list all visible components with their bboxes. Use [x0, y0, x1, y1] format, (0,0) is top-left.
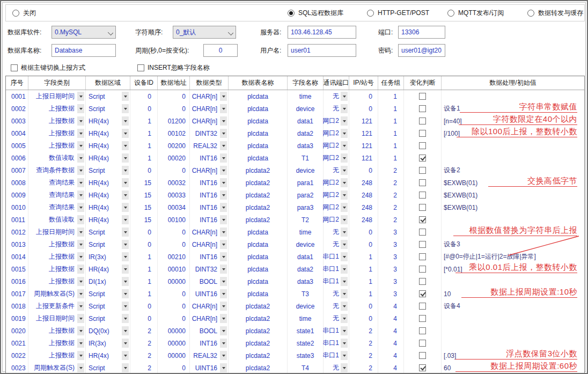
cell-comm-port[interactable]: 串口1	[324, 275, 349, 288]
dropdown-arrow-icon[interactable]	[220, 351, 227, 360]
dropdown-arrow-icon[interactable]	[77, 104, 84, 113]
dropdown-arrow-icon[interactable]	[122, 153, 129, 163]
cell-data-type[interactable]: CHAR[n]	[190, 102, 229, 115]
dropdown-arrow-icon[interactable]	[341, 314, 348, 323]
cell-data-area[interactable]: HR(4x)	[86, 349, 130, 362]
cell-field-category[interactable]: 上报数据	[28, 325, 86, 337]
change-flag-checkbox[interactable]	[419, 229, 426, 236]
cell-comm-port[interactable]: 无	[324, 288, 349, 300]
cell-data-type[interactable]: CHAR[n]	[190, 300, 229, 312]
dropdown-arrow-icon[interactable]	[77, 166, 84, 175]
dropdown-arrow-icon[interactable]	[122, 203, 129, 212]
dropdown-arrow-icon[interactable]	[77, 215, 84, 224]
change-flag-checkbox[interactable]	[419, 290, 426, 297]
dropdown-arrow-icon[interactable]	[220, 240, 227, 249]
cell-comm-port[interactable]: 网口2	[324, 189, 349, 201]
dropdown-arrow-icon[interactable]	[77, 203, 84, 212]
cell-data-area[interactable]: HR(4x)	[86, 140, 130, 152]
dropdown-arrow-icon[interactable]	[122, 265, 129, 274]
cell-data-area[interactable]: Script	[86, 362, 130, 374]
dropdown-arrow-icon[interactable]	[220, 153, 227, 163]
radio-data-forward-cache[interactable]: 数据转发与缓存	[527, 9, 583, 17]
cell-field-category[interactable]: 查询结果	[28, 189, 86, 201]
dropdown-arrow-icon[interactable]	[220, 92, 227, 101]
dropdown-arrow-icon[interactable]	[220, 129, 227, 138]
change-flag-checkbox[interactable]	[419, 155, 426, 162]
cell-field-category[interactable]: 上报数据	[28, 263, 86, 275]
dropdown-arrow-icon[interactable]	[220, 190, 227, 200]
cell-data-area[interactable]: HR(4x)	[86, 189, 130, 201]
cell-data-area[interactable]: HR(4x)	[86, 115, 130, 127]
cell-data-type[interactable]: CHAR[n]	[190, 90, 229, 102]
dropdown-arrow-icon[interactable]	[77, 265, 84, 274]
cell-data-area[interactable]: Script	[86, 238, 130, 251]
cell-data-type[interactable]: INT16	[190, 337, 229, 349]
dropdown-arrow-icon[interactable]	[341, 92, 348, 101]
radio-circle-icon[interactable]	[447, 10, 454, 17]
cell-data-area[interactable]: Script	[86, 102, 130, 115]
cell-field-category[interactable]: 上报数据	[28, 275, 86, 288]
cell-comm-port[interactable]: 无	[324, 312, 349, 325]
dropdown-arrow-icon[interactable]	[341, 178, 348, 187]
cell-data-type[interactable]: DINT32	[190, 127, 229, 140]
dropdown-arrow-icon[interactable]	[341, 228, 348, 237]
cell-comm-port[interactable]: 串口1	[324, 251, 349, 263]
cell-comm-port[interactable]: 无	[324, 238, 349, 251]
cell-data-area[interactable]: Script	[86, 90, 130, 102]
radio-circle-icon[interactable]	[288, 10, 295, 17]
cell-data-type[interactable]: REAL32	[190, 349, 229, 362]
option-insert-ignore-fieldname[interactable]: INSERT忽略字段名称	[137, 63, 210, 72]
dropdown-arrow-icon[interactable]	[220, 104, 227, 113]
cell-comm-port[interactable]: 网口2	[324, 177, 349, 189]
dropdown-arrow-icon[interactable]	[77, 277, 84, 286]
cell-comm-port[interactable]: 网口2	[324, 140, 349, 152]
dropdown-arrow-icon[interactable]	[341, 240, 348, 249]
change-flag-checkbox[interactable]	[419, 327, 426, 334]
cell-comm-port[interactable]: 串口1	[324, 263, 349, 275]
dropdown-arrow-icon[interactable]	[122, 363, 129, 372]
dropdown-arrow-icon[interactable]	[220, 314, 227, 323]
change-flag-checkbox[interactable]	[419, 315, 426, 322]
cell-data-type[interactable]: DINT32	[190, 263, 229, 275]
cell-field-category[interactable]: 上报数据	[28, 349, 86, 362]
cell-comm-port[interactable]: 串口1	[324, 337, 349, 349]
dropdown-arrow-icon[interactable]	[122, 252, 129, 261]
dropdown-arrow-icon[interactable]	[220, 252, 227, 261]
cell-data-area[interactable]: Script	[86, 164, 130, 177]
dropdown-arrow-icon[interactable]	[77, 92, 84, 101]
dropdown-arrow-icon[interactable]	[341, 265, 348, 274]
cell-data-area[interactable]: HR(4x)	[86, 263, 130, 275]
dropdown-arrow-icon[interactable]	[77, 228, 84, 237]
cell-comm-port[interactable]: 串口1	[324, 325, 349, 337]
dropdown-arrow-icon[interactable]	[122, 240, 129, 249]
dropdown-arrow-icon[interactable]	[77, 252, 84, 261]
change-flag-checkbox[interactable]	[419, 105, 426, 112]
dropdown-arrow-icon[interactable]	[122, 116, 129, 126]
change-flag-checkbox[interactable]	[419, 179, 426, 186]
change-flag-checkbox[interactable]	[419, 167, 426, 174]
change-flag-checkbox[interactable]	[419, 130, 426, 137]
dropdown-arrow-icon[interactable]	[122, 129, 129, 138]
dropdown-arrow-icon[interactable]	[220, 302, 227, 311]
change-flag-checkbox[interactable]	[419, 266, 426, 273]
dropdown-arrow-icon[interactable]	[341, 141, 348, 150]
cell-field-category[interactable]: 查询结果	[28, 201, 86, 214]
dropdown-arrow-icon[interactable]	[341, 116, 348, 126]
change-flag-checkbox[interactable]	[419, 118, 426, 124]
dropdown-arrow-icon[interactable]	[341, 203, 348, 212]
cell-data-area[interactable]: IR(3x)	[86, 251, 130, 263]
db-name-input[interactable]	[52, 44, 116, 57]
cell-data-area[interactable]: HR(4x)	[86, 177, 130, 189]
cell-data-area[interactable]: IR(3x)	[86, 337, 130, 349]
cell-data-type[interactable]: INT16	[190, 152, 229, 164]
cell-field-category[interactable]: 上报数据	[28, 115, 86, 127]
checkbox-icon[interactable]	[137, 64, 144, 71]
dropdown-arrow-icon[interactable]	[220, 116, 227, 126]
cell-data-area[interactable]: Script	[86, 300, 130, 312]
cell-data-type[interactable]: UINT16	[190, 288, 229, 300]
dropdown-arrow-icon[interactable]	[341, 289, 348, 298]
dropdown-arrow-icon[interactable]	[77, 314, 84, 323]
dropdown-arrow-icon[interactable]	[220, 141, 227, 150]
cell-data-type[interactable]: CHAR[n]	[190, 115, 229, 127]
change-flag-checkbox[interactable]	[419, 278, 426, 285]
